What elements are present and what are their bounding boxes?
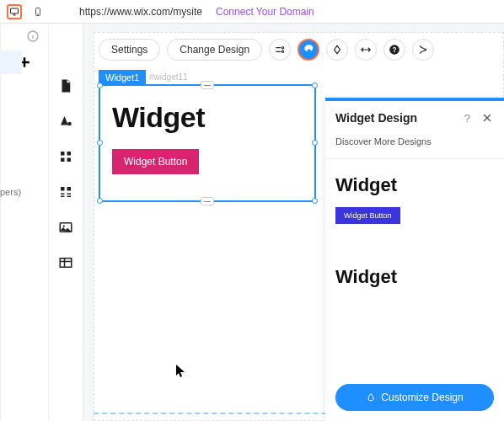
design-preset[interactable]: Widget Widget Button	[335, 174, 494, 224]
stretch-icon[interactable]	[355, 39, 377, 61]
widget-title[interactable]: Widget	[100, 86, 314, 134]
design-icon[interactable]	[298, 39, 319, 61]
preset-title: Widget	[335, 174, 494, 196]
close-icon[interactable]	[480, 111, 494, 125]
settings-button[interactable]: Settings	[99, 39, 160, 61]
info-icon[interactable]	[26, 29, 40, 43]
svg-rect-5	[61, 152, 65, 156]
left-gutter-highlight	[0, 51, 22, 74]
selection-element-id: #widget11	[149, 72, 188, 82]
customize-label: Customize Design	[381, 392, 463, 403]
anchor-top[interactable]	[201, 81, 214, 89]
preset-icon[interactable]	[269, 39, 291, 61]
site-url: https://www.wix.com/mysite	[79, 6, 202, 18]
selected-widget[interactable]: Widget Widget Button	[99, 84, 316, 202]
preset-button: Widget Button	[335, 207, 400, 224]
main-area: pers) Settings Change Design ? Widget1 #…	[0, 24, 504, 421]
mobile-view-button[interactable]	[30, 4, 46, 19]
widget-design-panel: Widget Design ? Discover More Designs Wi…	[325, 98, 504, 421]
desktop-view-button[interactable]	[7, 4, 22, 19]
animation-icon[interactable]	[326, 39, 348, 61]
customize-design-button[interactable]: Customize Design	[335, 384, 494, 411]
svg-rect-10	[67, 187, 72, 191]
resize-handle[interactable]	[312, 83, 318, 88]
resize-handle[interactable]	[312, 140, 318, 146]
element-toolbar: Settings Change Design ?	[99, 39, 434, 61]
droplet-icon	[366, 392, 376, 402]
selection-label[interactable]: Widget1	[99, 70, 146, 85]
clipped-label: pers)	[0, 187, 21, 197]
interactions-icon[interactable]	[412, 39, 434, 61]
svg-point-2	[38, 13, 39, 14]
canvas[interactable]: Settings Change Design ? Widget1 #widget…	[83, 24, 504, 421]
top-bar: https://www.wix.com/mysite Connect Your …	[0, 0, 504, 24]
svg-point-14	[281, 47, 283, 49]
design-presets-list: Widget Widget Button Widget	[325, 159, 504, 374]
text-style-icon[interactable]	[58, 114, 73, 129]
change-design-button[interactable]: Change Design	[167, 39, 262, 61]
help-icon[interactable]: ?	[383, 39, 405, 61]
svg-rect-13	[60, 258, 72, 268]
anchor-bottom[interactable]	[201, 197, 214, 205]
image-icon[interactable]	[58, 220, 73, 235]
svg-rect-0	[11, 8, 19, 13]
svg-rect-9	[61, 187, 65, 191]
grid-icon[interactable]	[58, 149, 73, 164]
resize-handle[interactable]	[312, 198, 318, 204]
resize-handle[interactable]	[97, 140, 103, 146]
info-column	[0, 24, 49, 421]
panel-help-icon[interactable]: ?	[464, 112, 470, 125]
svg-rect-7	[61, 158, 65, 163]
svg-point-4	[67, 122, 72, 126]
resize-handle[interactable]	[97, 83, 103, 88]
panel-title: Widget Design	[335, 111, 458, 125]
table-icon[interactable]	[58, 255, 73, 270]
discover-more-link[interactable]: Discover More Designs	[325, 131, 504, 159]
cursor-icon	[176, 365, 186, 378]
design-preset[interactable]: Widget	[335, 266, 494, 288]
svg-text:?: ?	[393, 46, 397, 54]
connect-domain-link[interactable]: Connect Your Domain	[216, 6, 314, 18]
widget-button[interactable]: Widget Button	[112, 149, 199, 174]
layout-expand-icon[interactable]	[58, 184, 73, 200]
page-icon[interactable]	[58, 78, 73, 93]
tools-column	[49, 24, 83, 421]
svg-rect-8	[67, 158, 72, 163]
svg-rect-6	[67, 152, 72, 156]
preset-title: Widget	[335, 266, 494, 288]
svg-point-15	[281, 51, 283, 52]
svg-point-12	[63, 225, 65, 226]
resize-handle[interactable]	[97, 198, 103, 204]
